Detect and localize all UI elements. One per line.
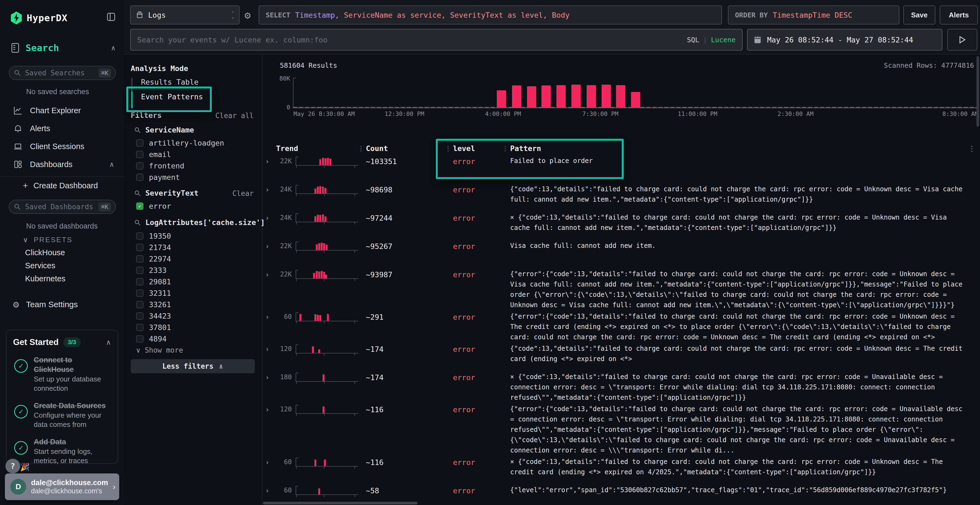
filter-option[interactable]: artillery-loadgen — [136, 137, 256, 149]
filter-option[interactable]: 22974 — [136, 253, 256, 264]
checkbox-unchecked[interactable] — [136, 173, 143, 181]
histogram-bar[interactable] — [541, 86, 551, 108]
presets-toggle[interactable]: ∨ PRESETS — [23, 236, 72, 244]
sidebar-item-services[interactable]: Services — [25, 261, 55, 270]
pattern-cell[interactable]: Visa cache full: cannot add new item. — [510, 241, 980, 251]
filter-option[interactable]: 33261 — [136, 299, 256, 310]
sidebar-item-team-settings[interactable]: ⚙ Team Settings — [13, 299, 78, 310]
filter-option[interactable]: 21734 — [136, 241, 256, 253]
table-row[interactable]: ›22K~93987error{"error":{"code":13,"deta… — [263, 270, 980, 310]
row-expander-icon[interactable]: › — [263, 345, 273, 353]
table-row[interactable]: ›24K~98698error{"code":13,"details":"fai… — [263, 185, 980, 211]
show-more-button[interactable]: ∨ Show more — [136, 346, 183, 354]
pattern-cell[interactable]: {"error":{"code":13,"details":"failed to… — [510, 269, 980, 310]
sidebar-item-dashboards[interactable]: Dashboards ∧ — [0, 157, 124, 172]
checkbox-unchecked[interactable] — [136, 324, 143, 331]
histogram-bar[interactable] — [557, 85, 566, 108]
filter-option[interactable]: 34423 — [136, 310, 256, 322]
table-row[interactable]: ›180~174error× {"code":13,"details":"fai… — [263, 373, 980, 403]
source-select[interactable]: Logs ⌃⌃ — [130, 5, 240, 24]
get-started-step[interactable]: ✓ Connect to ClickHouse Set up your data… — [13, 355, 111, 393]
user-menu[interactable]: D dale@clickhouse.com dale@clickhouse.co… — [5, 473, 119, 500]
filter-option[interactable]: 29081 — [136, 276, 256, 287]
column-header-pattern[interactable]: ⋮Pattern — [510, 144, 980, 157]
chevron-up-icon[interactable]: ∧ — [106, 338, 111, 347]
filter-option[interactable]: ✓error — [136, 200, 256, 212]
table-row[interactable]: ›24K~97244error× {"code":13,"details":"f… — [263, 213, 980, 240]
table-menu-icon[interactable]: ⋮ — [968, 144, 976, 153]
saved-searches-input[interactable]: Saved Searches ⌘K — [9, 66, 116, 80]
save-button[interactable]: Save — [903, 5, 935, 24]
horizontal-scrollbar[interactable] — [263, 502, 418, 505]
sidebar-section-search[interactable]: Search ∧ — [10, 43, 116, 53]
pattern-cell[interactable]: {"error":{"code":13,"details":"failed to… — [510, 404, 980, 456]
chevron-up-icon[interactable]: ∧ — [111, 44, 115, 52]
row-expander-icon[interactable]: › — [263, 373, 273, 381]
column-header-trend[interactable]: Trend — [273, 144, 366, 157]
checkbox-checked[interactable]: ✓ — [136, 202, 143, 210]
drag-handle-icon[interactable]: ⋮ — [445, 145, 451, 152]
sidebar-item-client-sessions[interactable]: Client Sessions — [0, 139, 124, 154]
histogram-bar[interactable] — [631, 92, 640, 108]
pattern-cell[interactable]: {"error":{"code":13,"details":"failed to… — [510, 311, 980, 342]
histogram-bar[interactable] — [616, 85, 625, 108]
sidebar-item-kubernetes[interactable]: Kubernetes — [25, 274, 65, 283]
query-settings-gear-icon[interactable]: ⚙ — [245, 9, 251, 21]
search-icon[interactable] — [134, 127, 141, 133]
column-header-level[interactable]: ⋮level — [453, 144, 510, 157]
filter-option[interactable]: 2333 — [136, 264, 256, 276]
column-header-count[interactable]: ⋮Count — [366, 144, 453, 157]
filter-option[interactable]: frontend — [136, 160, 256, 172]
row-expander-icon[interactable]: › — [263, 486, 273, 495]
search-input[interactable]: Search your events w/ Lucene ex. column:… — [130, 29, 743, 51]
sidebar-item-chart-explorer[interactable]: Chart Explorer — [0, 103, 124, 118]
pattern-cell[interactable]: × {"code":13,"details":"failed to charge… — [510, 212, 980, 233]
checkbox-unchecked[interactable] — [136, 267, 143, 274]
analysis-mode-event-patterns[interactable]: Event Patterns — [141, 92, 203, 101]
checkbox-unchecked[interactable] — [136, 301, 143, 308]
row-expander-icon[interactable]: › — [263, 185, 273, 194]
filter-option[interactable]: payment — [136, 172, 256, 183]
help-button[interactable]: ? — [5, 459, 20, 473]
chevron-up-icon[interactable]: ∧ — [109, 160, 115, 169]
sidebar-collapse-icon[interactable] — [106, 11, 116, 22]
clear-severity-button[interactable]: Clear — [232, 189, 254, 197]
checkbox-unchecked[interactable] — [136, 255, 143, 262]
histogram-bar[interactable] — [527, 86, 536, 108]
pattern-cell[interactable]: {"code":13,"details":"failed to charge c… — [510, 184, 980, 205]
filter-option[interactable]: 32311 — [136, 287, 256, 299]
run-query-button[interactable] — [947, 29, 977, 51]
search-icon[interactable] — [134, 219, 141, 226]
sql-mode-toggle[interactable]: SQL — [687, 36, 699, 44]
filter-option[interactable]: 4894 — [136, 333, 256, 345]
histogram-bar[interactable] — [512, 86, 521, 108]
pattern-cell[interactable]: × {"code":13,"details":"failed to charge… — [510, 372, 980, 403]
vertical-scrollbar[interactable] — [977, 56, 979, 127]
less-filters-button[interactable]: Less filters ∧ — [130, 359, 255, 373]
select-clause-input[interactable]: SELECT Timestamp, ServiceName as service… — [259, 5, 722, 24]
saved-dashboards-input[interactable]: Saved Dashboards ⌘K — [9, 200, 116, 214]
checkbox-unchecked[interactable] — [136, 151, 143, 158]
pattern-cell[interactable]: {"level":"error","span_id":"53060b827c62… — [510, 485, 980, 495]
sidebar-item-alerts[interactable]: Alerts — [0, 121, 124, 136]
row-expander-icon[interactable]: › — [263, 312, 273, 321]
row-expander-icon[interactable]: › — [263, 157, 273, 165]
alerts-button[interactable]: Alerts — [940, 5, 978, 24]
search-icon[interactable] — [134, 190, 141, 197]
checkbox-unchecked[interactable] — [136, 289, 143, 297]
histogram-bar[interactable] — [571, 85, 581, 108]
checkbox-unchecked[interactable] — [136, 335, 143, 343]
filter-option[interactable]: 37801 — [136, 322, 256, 333]
pattern-cell[interactable]: Failed to place order — [510, 156, 980, 166]
row-expander-icon[interactable]: › — [263, 241, 273, 250]
histogram-bar[interactable] — [587, 85, 596, 108]
checkbox-unchecked[interactable] — [136, 312, 143, 320]
row-expander-icon[interactable]: › — [263, 458, 273, 466]
pattern-cell[interactable]: × {"code":13,"details":"failed to charge… — [510, 457, 980, 477]
drag-handle-icon[interactable]: ⋮ — [358, 145, 364, 152]
table-row[interactable]: ›60~116error× {"code":13,"details":"fail… — [263, 458, 980, 484]
order-by-input[interactable]: ORDER BY TimestampTime DESC — [728, 5, 899, 24]
filter-option[interactable]: email — [136, 149, 256, 160]
table-row[interactable]: ›22K~95267errorVisa cache full: cannot a… — [263, 241, 980, 268]
histogram-bar[interactable] — [497, 91, 506, 108]
